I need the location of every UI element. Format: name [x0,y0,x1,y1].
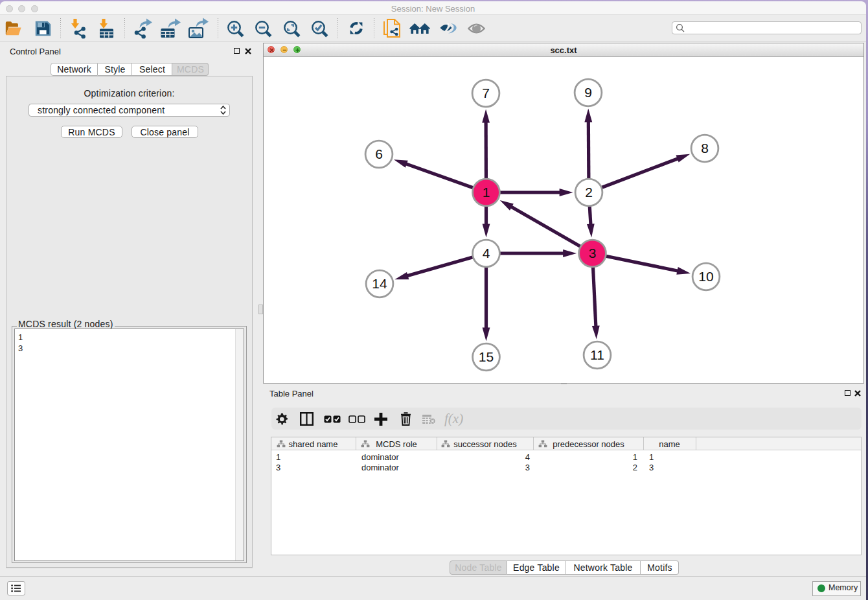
svg-text:10: 10 [698,269,713,284]
svg-text:6: 6 [375,146,383,161]
svg-text:15: 15 [479,349,494,364]
svg-text:2: 2 [585,185,593,200]
svg-text:8: 8 [701,141,709,156]
svg-text:11: 11 [590,347,604,362]
svg-text:4: 4 [483,246,490,260]
svg-text:3: 3 [589,246,597,260]
svg-text:14: 14 [372,276,387,291]
svg-text:1: 1 [483,185,490,200]
svg-text:7: 7 [482,86,490,100]
svg-text:9: 9 [584,85,592,100]
